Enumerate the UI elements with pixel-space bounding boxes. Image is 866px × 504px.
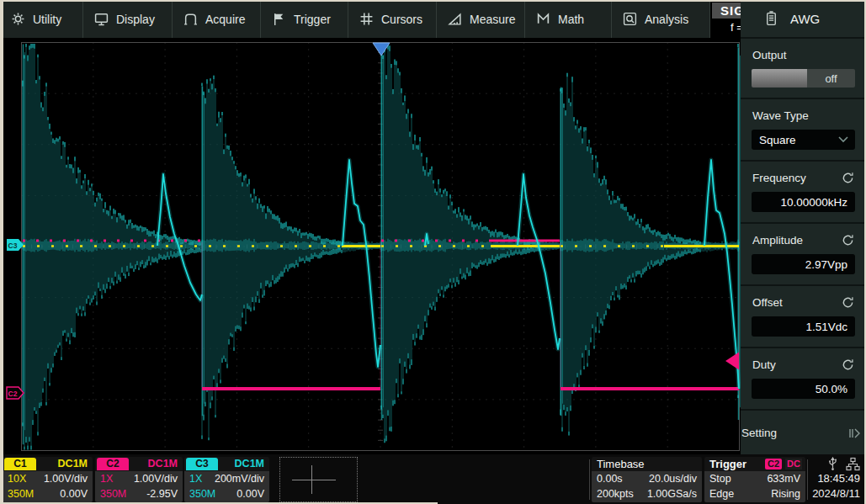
timebase-title: Timebase [597,458,645,470]
timebase-rate: 1.00GSa/s [647,487,697,501]
timebase-points: 200kpts [597,487,634,501]
offset-label: Offset [752,296,783,309]
wave-thumbnail-box[interactable] [279,457,358,502]
c1-bandwidth: 350M [8,487,34,501]
acquire-icon [183,12,198,26]
c2-coupling: DC1M [148,458,178,470]
c1-coupling: DC1M [58,458,88,470]
wave-type-select[interactable]: Square [752,130,855,150]
channel-box-c3[interactable]: C3 DC1M 1X200mV/div 350M0.00V [184,457,269,502]
cursors-icon [359,12,374,26]
lan-icon [846,457,860,471]
timebase-scale: 20.0us/div [649,472,697,486]
divider [589,459,590,500]
duty-value: 50.0% [816,383,847,395]
duty-field[interactable]: 50.0% [752,379,855,399]
menu-analysis[interactable]: Analysis [612,0,710,38]
flag-icon [272,12,286,26]
waveform-display[interactable]: C3C2 [0,38,741,454]
menu-label: Math [558,13,584,26]
trigger-level-marker[interactable] [725,353,739,370]
timebase-box[interactable]: Timebase 0.00s20.0us/div 200kpts1.00GSa/… [592,457,702,502]
output-toggle-knob [752,69,807,88]
menu-label: Measure [470,13,515,26]
c2-scale: 1.00V/div [134,472,178,486]
duty-label: Duty [752,358,776,371]
frequency-field[interactable]: 10.00000kHz [752,192,855,212]
c3-offset: 0.00V [236,487,264,501]
trigger-position-marker[interactable] [373,43,390,56]
crosshair-vertical [311,465,312,494]
c3-coupling: DC1M [235,458,264,470]
usb-icon [827,457,838,471]
refresh-icon[interactable] [842,296,854,309]
menu-display[interactable]: Display [83,0,173,38]
expand-arrow-icon [848,427,863,439]
top-menu-bar: Utility Display Acquire Trigger Cursors … [0,0,741,38]
offset-value: 1.51Vdc [805,321,847,333]
awg-device-icon [765,11,778,26]
c2-tab[interactable]: C2 [97,458,129,470]
channel-box-c1[interactable]: C1 DC1M 10X1.00V/div 350M0.00V [3,457,93,502]
menu-acquire[interactable]: Acquire [173,0,261,38]
c3-bandwidth: 350M [189,487,215,501]
trigger-source-badge: C2 [765,459,782,470]
clock-date: 2024/8/11 [784,486,860,501]
bottom-status-bar: C1 DC1M 10X1.00V/div 350M0.00V C2 DC1M 1… [0,454,866,504]
menu-math[interactable]: Math [525,0,612,38]
output-section: Output off [741,39,866,99]
timebase-delay: 0.00s [597,472,623,486]
amplitude-label: Amplitude [752,234,803,247]
frequency-section: Frequency 10.00000kHz [741,162,866,224]
channel-box-c2[interactable]: C2 DC1M 1X1.00V/div 350M-2.95V [95,457,183,502]
refresh-icon[interactable] [842,172,854,184]
refresh-icon[interactable] [842,358,854,371]
c3-probe: 1X [189,472,202,486]
frequency-label: Frequency [752,172,806,184]
svg-text:C2: C2 [8,390,18,398]
system-status-area: 18:45:49 2024/8/11 [784,456,863,501]
output-state: off [807,69,855,88]
menu-label: Trigger [294,13,331,26]
c1-probe: 10X [8,472,26,486]
menu-utility[interactable]: Utility [0,0,83,38]
crosshair-horizontal [292,480,336,480]
menu-label: Analysis [645,13,688,26]
chevron-down-icon [837,135,849,144]
setting-item[interactable]: Setting [741,411,866,457]
wave-type-value: Square [759,134,796,146]
awg-panel-header: AWG [741,0,866,39]
menu-trigger[interactable]: Trigger [261,0,348,38]
menu-measure[interactable]: Measure [437,0,525,38]
amplitude-section: Amplitude 2.97Vpp [741,224,866,286]
amplitude-value: 2.97Vpp [805,258,847,271]
menu-cursors[interactable]: Cursors [348,0,437,38]
trigger-type: Edge [709,487,734,501]
oscilloscope-screen: Utility Display Acquire Trigger Cursors … [0,0,866,504]
c3-tab[interactable]: C3 [186,458,218,470]
wave-type-section: Wave Type Square [741,99,866,162]
c1-tab[interactable]: C1 [4,458,36,470]
setting-label: Setting [741,427,777,439]
bezel-top [0,0,866,2]
output-label: Output [752,49,787,61]
menu-label: Utility [33,13,61,26]
menu-label: Display [116,13,155,26]
c2-offset: -2.95V [146,487,178,501]
analysis-icon [623,12,637,26]
offset-field[interactable]: 1.51Vdc [752,316,855,337]
c2-probe: 1X [100,472,113,486]
bezel-left [0,0,3,504]
c3-scale: 200mV/div [215,472,264,486]
menu-label: Cursors [381,13,422,26]
display-icon [94,12,109,26]
frequency-value: 10.00000kHz [780,196,847,209]
gear-icon [11,12,25,26]
output-toggle[interactable]: off [752,69,855,88]
amplitude-field[interactable]: 2.97Vpp [752,254,855,274]
wave-type-label: Wave Type [752,109,809,122]
math-icon [536,12,550,26]
awg-panel-title: AWG [790,12,820,26]
trigger-status: Stop [709,472,731,486]
refresh-icon[interactable] [842,234,854,247]
